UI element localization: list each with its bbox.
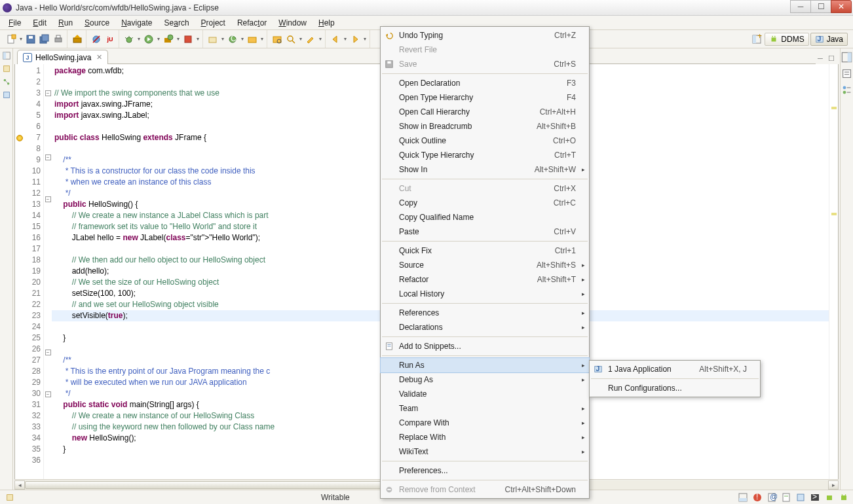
menu-help[interactable]: Help xyxy=(313,17,341,29)
menu-item-quick-outline[interactable]: Quick OutlineCtrl+O xyxy=(381,134,589,148)
svg-text:+: + xyxy=(757,34,762,41)
scroll-left-button[interactable]: ◂ xyxy=(14,480,25,490)
close-button[interactable]: ✕ xyxy=(831,0,852,13)
right-trim xyxy=(840,48,853,490)
menu-item-quick-type-hierarchy[interactable]: Quick Type HierarchyCtrl+T xyxy=(381,148,589,162)
menu-item-open-declaration[interactable]: Open DeclarationF3 xyxy=(381,76,589,90)
menu-edit[interactable]: Edit xyxy=(27,17,52,29)
menu-item-copy-qualified-name[interactable]: Copy Qualified Name xyxy=(381,210,589,225)
java-file-icon: J xyxy=(23,53,32,62)
menu-item-open-type-hierarchy[interactable]: Open Type HierarchyF4 xyxy=(381,90,589,105)
sb-console-icon[interactable]: > xyxy=(810,492,820,503)
new-button[interactable] xyxy=(5,33,18,46)
run-last-dropdown[interactable]: ▾ xyxy=(176,33,181,46)
open-perspective-button[interactable]: + xyxy=(750,33,763,46)
skip-breakpoints-button[interactable] xyxy=(90,33,103,46)
sb-logcat-icon[interactable] xyxy=(824,492,835,503)
print-button[interactable] xyxy=(52,33,65,46)
new-folder-button[interactable] xyxy=(246,33,259,46)
menu-item-run-configurations-[interactable]: Run Configurations... xyxy=(590,381,760,395)
hierarchy-icon[interactable] xyxy=(2,77,11,86)
menu-search[interactable]: Search xyxy=(159,17,195,29)
save-button[interactable] xyxy=(24,33,37,46)
sb-snippets-icon[interactable] xyxy=(795,492,806,503)
debug-dropdown[interactable]: ▾ xyxy=(136,33,142,46)
editor-maximize-icon[interactable]: ☐ xyxy=(827,54,836,63)
menu-run[interactable]: Run xyxy=(52,17,79,29)
sb-declaration-icon[interactable] xyxy=(781,492,791,503)
maximize-button[interactable]: ☐ xyxy=(810,0,831,13)
new-dropdown[interactable]: ▾ xyxy=(18,33,24,46)
open-type-button[interactable] xyxy=(271,33,284,46)
menu-window[interactable]: Window xyxy=(273,17,313,29)
svg-rect-8 xyxy=(73,38,81,43)
run-last-button[interactable] xyxy=(162,33,175,46)
menu-item-references[interactable]: References▸ xyxy=(381,306,589,320)
sb-android-icon[interactable] xyxy=(839,492,849,503)
new-package-button[interactable] xyxy=(206,33,219,46)
search-button[interactable] xyxy=(284,33,297,46)
menu-item-replace-with[interactable]: Replace With▸ xyxy=(381,430,589,444)
menu-item-copy[interactable]: CopyCtrl+C xyxy=(381,196,589,210)
run-button[interactable] xyxy=(142,33,155,46)
menu-item-open-call-hierarchy[interactable]: Open Call HierarchyCtrl+Alt+H xyxy=(381,105,589,119)
save-all-button[interactable] xyxy=(38,33,51,46)
scroll-right-button[interactable]: ▸ xyxy=(828,480,839,490)
svg-rect-57 xyxy=(387,62,390,64)
menu-item-revert-file: Revert File xyxy=(381,43,589,57)
menu-item-undo-typing[interactable]: Undo TypingCtrl+Z xyxy=(381,28,589,43)
menu-item-validate[interactable]: Validate xyxy=(381,387,589,401)
editor-tab-helloswing[interactable]: J HelloSwing.java ✕ xyxy=(17,50,108,64)
navigator-icon[interactable] xyxy=(2,90,11,99)
restore-right-icon[interactable] xyxy=(841,51,853,63)
junit-button[interactable]: jU xyxy=(104,33,117,46)
minimize-button[interactable]: ─ xyxy=(790,0,811,13)
outline-icon[interactable] xyxy=(841,84,853,96)
debug-button[interactable] xyxy=(123,33,136,46)
menu-item-declarations[interactable]: Declarations▸ xyxy=(381,320,589,334)
menu-item-1-java-application[interactable]: J1 Java ApplicationAlt+Shift+X, J xyxy=(590,362,760,376)
menu-refactor[interactable]: Refactor xyxy=(231,17,273,29)
external-tools-dropdown[interactable]: ▾ xyxy=(195,33,200,46)
new-class-button[interactable]: C xyxy=(226,33,239,46)
close-tab-icon[interactable]: ✕ xyxy=(96,53,102,62)
menu-item-show-in-breadcrumb[interactable]: Show in BreadcrumbAlt+Shift+B xyxy=(381,119,589,134)
svg-marker-9 xyxy=(74,35,81,38)
menu-item-compare-with[interactable]: Compare With▸ xyxy=(381,416,589,430)
menu-item-team[interactable]: Team▸ xyxy=(381,401,589,416)
menu-item-refactor[interactable]: RefactorAlt+Shift+T▸ xyxy=(381,272,589,287)
external-tools-button[interactable] xyxy=(181,33,195,46)
menu-item-add-to-snippets-[interactable]: Add to Snippets... xyxy=(381,339,589,353)
perspective-ddms[interactable]: DDMS xyxy=(765,33,808,46)
svg-point-52 xyxy=(843,91,846,94)
package-explorer-icon[interactable] xyxy=(2,64,11,73)
menu-item-source[interactable]: SourceAlt+Shift+S▸ xyxy=(381,258,589,272)
menu-item-local-history[interactable]: Local History▸ xyxy=(381,287,589,301)
menu-source[interactable]: Source xyxy=(79,17,115,29)
menu-item-preferences-[interactable]: Preferences... xyxy=(381,463,589,478)
menu-item-show-in[interactable]: Show InAlt+Shift+W▸ xyxy=(381,162,589,177)
annotate-button[interactable] xyxy=(304,33,317,46)
menu-file[interactable]: File xyxy=(3,17,27,29)
nav-forward-button[interactable] xyxy=(349,33,362,46)
svg-rect-3 xyxy=(29,36,33,39)
run-dropdown[interactable]: ▾ xyxy=(156,33,161,46)
editor-minimize-icon[interactable]: ─ xyxy=(816,54,825,63)
task-list-icon[interactable] xyxy=(841,67,853,80)
window-controls: ─ ☐ ✕ xyxy=(791,0,852,13)
svg-text:J: J xyxy=(596,365,600,372)
build-button[interactable] xyxy=(71,33,84,46)
perspective-java[interactable]: J Java xyxy=(810,33,848,46)
menu-item-quick-fix[interactable]: Quick FixCtrl+1 xyxy=(381,243,589,258)
menu-project[interactable]: Project xyxy=(195,17,231,29)
sb-problems-icon[interactable]: ! xyxy=(752,492,763,503)
restore-view-icon[interactable] xyxy=(2,51,11,60)
nav-back-button[interactable] xyxy=(329,33,342,46)
menu-item-paste[interactable]: PasteCtrl+V xyxy=(381,225,589,239)
menu-item-wikitext[interactable]: WikiText▸ xyxy=(381,444,589,459)
menu-item-run-as[interactable]: Run As▸ xyxy=(381,358,589,372)
menu-item-debug-as[interactable]: Debug As▸ xyxy=(381,372,589,387)
sb-restore-icon[interactable] xyxy=(738,492,748,503)
menu-navigate[interactable]: Navigate xyxy=(115,17,158,29)
sb-javadoc-icon[interactable]: @ xyxy=(767,492,777,503)
